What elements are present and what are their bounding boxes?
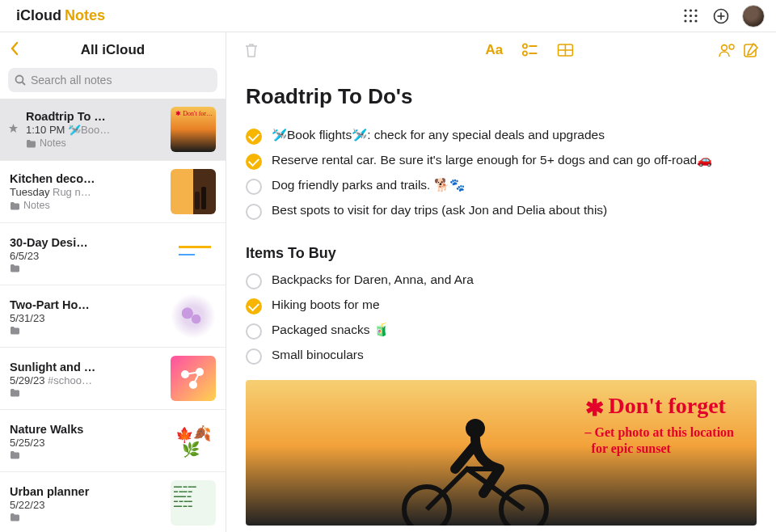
note-list-item[interactable]: Urban planner 5/22/23 ▬▬ ▬ ▬▬▬ ▬▬ ▬▬▬▬ ▬…	[0, 472, 226, 532]
notes-list[interactable]: Roadtrip To … 1:10 PM 🛩️Boo… Notes ✱ Don…	[0, 99, 226, 532]
checklist-item-text: Hiking boots for me	[272, 298, 380, 312]
search-placeholder: Search all notes	[31, 74, 112, 87]
format-text-button[interactable]: Aa	[482, 38, 506, 62]
note-list-item[interactable]: Two-Part Ho… 5/31/23	[0, 285, 226, 348]
note-item-thumbnail	[171, 293, 216, 339]
checkbox[interactable]	[246, 273, 262, 289]
note-body[interactable]: Roadtrip To Do's 🛩️Book flights🛩️: check…	[226, 68, 776, 532]
checklist-item-text: 🛩️Book flights🛩️: check for any special …	[272, 128, 605, 142]
pin-icon	[8, 123, 19, 137]
note-item-title: 30-Day Desi…	[10, 236, 164, 249]
checkbox[interactable]	[246, 154, 262, 170]
note-item-subtitle: 5/29/23 #schoo…	[10, 374, 164, 386]
note-item-title: Nature Walks	[10, 423, 164, 436]
note-list-item[interactable]: Nature Walks 5/25/23 🍁🍂🌿	[0, 410, 226, 472]
checklist-item[interactable]: Best spots to visit for day trips (ask J…	[246, 199, 757, 224]
note-item-title: Two-Part Ho…	[10, 298, 164, 311]
svg-point-27	[729, 44, 734, 49]
svg-point-2	[694, 9, 697, 11]
compose-note-button[interactable]	[739, 38, 763, 62]
note-list-item[interactable]: Sunlight and … 5/29/23 #schoo…	[0, 348, 226, 410]
back-chevron-icon[interactable]	[10, 41, 19, 60]
sidebar-header: All iCloud	[0, 32, 226, 68]
note-item-subtitle: Tuesday Rug n…	[10, 186, 164, 198]
note-item-subtitle: 6/5/23	[10, 250, 164, 262]
checkbox[interactable]	[246, 204, 262, 220]
checkbox[interactable]	[246, 179, 262, 195]
checkbox[interactable]	[246, 348, 262, 365]
note-item-title: Urban planner	[10, 485, 164, 498]
handwriting-annotation: ✱Don't forget – Get photo at this locati…	[585, 391, 734, 457]
svg-point-8	[694, 19, 697, 22]
checklist-item[interactable]: Backpacks for Daren, Anna, and Ara	[246, 268, 757, 293]
svg-point-30	[501, 487, 546, 526]
note-item-thumbnail: 🍁🍂🌿	[171, 418, 216, 463]
search-input[interactable]: Search all notes	[8, 68, 217, 92]
note-item-title: Sunlight and …	[10, 361, 164, 374]
checklist-item[interactable]: 🛩️Book flights🛩️: check for any special …	[246, 124, 757, 149]
app-launcher-button[interactable]	[679, 5, 702, 27]
svg-point-0	[684, 9, 686, 11]
checkbox[interactable]	[246, 323, 262, 340]
svg-point-6	[684, 19, 686, 22]
checklist-item-text: Reserve rental car. Be sure it's large e…	[272, 153, 712, 167]
checklist-item-text: Best spots to visit for day trips (ask J…	[272, 203, 607, 217]
note-item-subtitle: 1:10 PM 🛩️Boo…	[26, 124, 164, 136]
note-item-folder	[10, 326, 164, 335]
note-item-folder	[10, 264, 164, 272]
delete-note-button[interactable]	[239, 38, 264, 62]
create-button[interactable]	[710, 5, 732, 27]
note-content-pane: Aa Roadtrip To Do's 🛩️Book flights🛩️: ch…	[226, 32, 776, 532]
svg-line-13	[23, 82, 26, 86]
svg-point-1	[689, 9, 691, 11]
svg-point-5	[694, 15, 697, 17]
note-list-item[interactable]: Kitchen deco… Tuesday Rug n… Notes	[0, 161, 226, 223]
note-item-title: Roadtrip To …	[26, 110, 164, 123]
note-title: Roadtrip To Do's	[246, 84, 757, 109]
global-header: iCloud Notes	[0, 0, 776, 32]
brand-icloud: iCloud	[16, 7, 61, 24]
note-item-subtitle: 5/25/23	[10, 437, 164, 449]
note-item-subtitle: 5/22/23	[10, 499, 164, 511]
note-item-subtitle: 5/31/23	[10, 312, 164, 324]
table-button[interactable]	[553, 38, 577, 62]
note-subheading: Items To Buy	[246, 245, 757, 262]
note-list-item[interactable]: 30-Day Desi… 6/5/23	[0, 223, 226, 285]
checkbox[interactable]	[246, 129, 262, 145]
svg-point-26	[722, 45, 728, 51]
note-item-folder	[10, 450, 164, 459]
star-icon: ✱	[585, 394, 604, 422]
collaborate-button[interactable]	[715, 38, 739, 62]
checkbox[interactable]	[246, 298, 262, 315]
checklist-item[interactable]: Dog friendly parks and trails. 🐕🐾	[246, 174, 757, 199]
checklist-item-text: Backpacks for Daren, Anna, and Ara	[272, 272, 474, 287]
note-image: ✱Don't forget – Get photo at this locati…	[246, 380, 757, 526]
note-list-item[interactable]: Roadtrip To … 1:10 PM 🛩️Boo… Notes ✱ Don…	[0, 99, 226, 161]
svg-point-4	[689, 15, 691, 17]
note-item-folder	[10, 388, 164, 397]
checklist-button[interactable]	[517, 38, 542, 62]
note-toolbar: Aa	[226, 32, 776, 68]
svg-point-3	[684, 15, 686, 17]
sidebar: All iCloud Search all notes Roadtrip To …	[0, 32, 226, 532]
account-avatar[interactable]	[742, 5, 765, 27]
checklist-item-text: Dog friendly parks and trails. 🐕🐾	[272, 178, 465, 192]
note-item-thumbnail: ✱ Don't for…	[171, 107, 216, 152]
checklist-item[interactable]: Small binoculars	[246, 344, 757, 369]
note-item-thumbnail	[171, 169, 216, 214]
svg-point-12	[16, 76, 23, 83]
checklist-item-text: Small binoculars	[272, 348, 364, 362]
note-item-thumbnail	[171, 231, 216, 277]
checklist-item[interactable]: Packaged snacks 🧃	[246, 319, 757, 344]
svg-point-19	[523, 44, 527, 48]
checklist-item[interactable]: Hiking boots for me	[246, 293, 757, 319]
note-item-thumbnail: ▬▬ ▬ ▬▬▬ ▬▬ ▬▬▬▬ ▬▬ ▬ ▬▬▬▬ ▬ ▬	[171, 480, 216, 526]
checklist-item[interactable]: Reserve rental car. Be sure it's large e…	[246, 149, 757, 174]
cyclist-silhouette-icon	[378, 396, 572, 526]
sidebar-title: All iCloud	[0, 42, 226, 58]
note-item-folder: Notes	[26, 137, 164, 149]
note-item-thumbnail	[171, 356, 216, 401]
svg-point-7	[689, 19, 691, 22]
svg-point-21	[523, 51, 527, 55]
note-item-title: Kitchen deco…	[10, 172, 164, 185]
